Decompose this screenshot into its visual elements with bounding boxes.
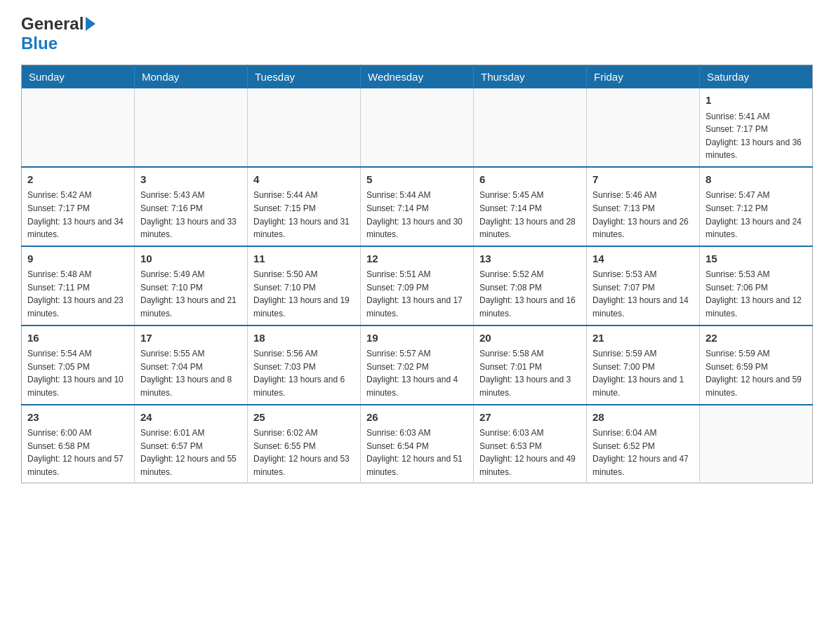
calendar-day-cell: 14Sunrise: 5:53 AMSunset: 7:07 PMDayligh… [587,246,700,326]
calendar-day-cell [587,88,700,167]
day-info: Sunrise: 5:53 AMSunset: 7:07 PMDaylight:… [593,268,694,320]
day-info: Sunrise: 5:44 AMSunset: 7:15 PMDaylight:… [253,189,355,241]
day-number: 5 [366,172,468,188]
day-info: Sunrise: 5:55 AMSunset: 7:04 PMDaylight:… [140,347,241,399]
calendar-day-cell: 20Sunrise: 5:58 AMSunset: 7:01 PMDayligh… [474,326,587,405]
day-number: 9 [27,251,128,267]
calendar-day-cell: 2Sunrise: 5:42 AMSunset: 7:17 PMDaylight… [22,167,135,246]
calendar-day-cell: 3Sunrise: 5:43 AMSunset: 7:16 PMDaylight… [135,167,248,246]
day-info: Sunrise: 6:00 AMSunset: 6:58 PMDaylight:… [27,427,128,478]
calendar-day-cell: 26Sunrise: 6:03 AMSunset: 6:54 PMDayligh… [361,405,474,483]
day-number: 2 [27,172,128,188]
calendar-day-cell [135,88,248,167]
day-info: Sunrise: 5:59 AMSunset: 7:00 PMDaylight:… [593,347,694,399]
day-number: 24 [140,410,241,426]
calendar-week-row: 9Sunrise: 5:48 AMSunset: 7:11 PMDaylight… [22,246,813,326]
calendar-day-cell: 10Sunrise: 5:49 AMSunset: 7:10 PMDayligh… [135,246,248,326]
calendar-day-cell: 4Sunrise: 5:44 AMSunset: 7:15 PMDaylight… [248,167,361,246]
day-info: Sunrise: 6:01 AMSunset: 6:57 PMDaylight:… [140,427,241,478]
calendar-day-cell [474,88,587,167]
calendar-day-cell: 15Sunrise: 5:53 AMSunset: 7:06 PMDayligh… [700,246,813,326]
day-info: Sunrise: 6:03 AMSunset: 6:53 PMDaylight:… [479,427,581,478]
day-number: 6 [479,172,581,188]
day-number: 15 [706,251,807,267]
calendar-day-cell: 19Sunrise: 5:57 AMSunset: 7:02 PMDayligh… [361,326,474,405]
calendar-week-row: 16Sunrise: 5:54 AMSunset: 7:05 PMDayligh… [22,326,813,405]
calendar-day-cell: 5Sunrise: 5:44 AMSunset: 7:14 PMDaylight… [361,167,474,246]
day-number: 16 [27,330,128,347]
day-number: 22 [706,330,807,347]
day-info: Sunrise: 5:52 AMSunset: 7:08 PMDaylight:… [479,268,581,320]
day-info: Sunrise: 5:56 AMSunset: 7:03 PMDaylight:… [253,347,355,399]
day-info: Sunrise: 5:54 AMSunset: 7:05 PMDaylight:… [27,347,128,399]
day-info: Sunrise: 5:51 AMSunset: 7:09 PMDaylight:… [366,268,468,320]
logo: General Blue [21,14,95,53]
calendar-day-cell: 11Sunrise: 5:50 AMSunset: 7:10 PMDayligh… [248,246,361,326]
calendar-day-cell: 16Sunrise: 5:54 AMSunset: 7:05 PMDayligh… [22,326,135,405]
calendar-day-cell: 23Sunrise: 6:00 AMSunset: 6:58 PMDayligh… [22,405,135,483]
day-number: 27 [479,410,581,426]
day-number: 11 [253,251,355,267]
day-of-week-header: Sunday [22,65,135,89]
calendar-day-cell: 28Sunrise: 6:04 AMSunset: 6:52 PMDayligh… [587,405,700,483]
day-info: Sunrise: 5:58 AMSunset: 7:01 PMDaylight:… [479,347,581,399]
day-number: 25 [253,410,355,426]
day-info: Sunrise: 5:57 AMSunset: 7:02 PMDaylight:… [366,347,468,399]
calendar-day-cell: 6Sunrise: 5:45 AMSunset: 7:14 PMDaylight… [474,167,587,246]
day-number: 23 [27,410,128,426]
day-number: 10 [140,251,241,267]
day-info: Sunrise: 6:02 AMSunset: 6:55 PMDaylight:… [253,427,355,478]
day-info: Sunrise: 5:44 AMSunset: 7:14 PMDaylight:… [366,189,468,241]
day-number: 4 [253,172,355,188]
day-of-week-header: Tuesday [248,65,361,89]
day-info: Sunrise: 5:41 AMSunset: 7:17 PMDaylight:… [706,110,807,162]
calendar-week-row: 1Sunrise: 5:41 AMSunset: 7:17 PMDaylight… [22,88,813,167]
calendar-day-cell: 17Sunrise: 5:55 AMSunset: 7:04 PMDayligh… [135,326,248,405]
calendar-header-row: SundayMondayTuesdayWednesdayThursdayFrid… [22,65,813,89]
calendar-day-cell: 13Sunrise: 5:52 AMSunset: 7:08 PMDayligh… [474,246,587,326]
calendar-day-cell: 27Sunrise: 6:03 AMSunset: 6:53 PMDayligh… [474,405,587,483]
day-number: 13 [479,251,581,267]
calendar-day-cell: 18Sunrise: 5:56 AMSunset: 7:03 PMDayligh… [248,326,361,405]
day-number: 8 [706,172,807,188]
day-number: 17 [140,330,241,347]
page-header: General Blue [21,14,813,53]
logo-general-text: General [21,14,84,34]
day-of-week-header: Wednesday [361,65,474,89]
day-number: 7 [593,172,694,188]
calendar-day-cell: 25Sunrise: 6:02 AMSunset: 6:55 PMDayligh… [248,405,361,483]
day-info: Sunrise: 5:47 AMSunset: 7:12 PMDaylight:… [706,189,807,241]
calendar-day-cell: 22Sunrise: 5:59 AMSunset: 6:59 PMDayligh… [700,326,813,405]
day-number: 18 [253,330,355,347]
calendar-week-row: 23Sunrise: 6:00 AMSunset: 6:58 PMDayligh… [22,405,813,483]
day-info: Sunrise: 5:46 AMSunset: 7:13 PMDaylight:… [593,189,694,241]
calendar-week-row: 2Sunrise: 5:42 AMSunset: 7:17 PMDaylight… [22,167,813,246]
day-number: 20 [479,330,581,347]
day-number: 14 [593,251,694,267]
day-number: 21 [593,330,694,347]
day-number: 12 [366,251,468,267]
day-info: Sunrise: 5:49 AMSunset: 7:10 PMDaylight:… [140,268,241,320]
day-info: Sunrise: 5:42 AMSunset: 7:17 PMDaylight:… [27,189,128,241]
day-info: Sunrise: 6:03 AMSunset: 6:54 PMDaylight:… [366,427,468,478]
logo-arrow-icon [86,17,95,31]
calendar-day-cell: 7Sunrise: 5:46 AMSunset: 7:13 PMDaylight… [587,167,700,246]
day-info: Sunrise: 5:53 AMSunset: 7:06 PMDaylight:… [706,268,807,320]
day-info: Sunrise: 5:45 AMSunset: 7:14 PMDaylight:… [479,189,581,241]
calendar-day-cell [700,405,813,483]
day-of-week-header: Friday [587,65,700,89]
day-info: Sunrise: 5:43 AMSunset: 7:16 PMDaylight:… [140,189,241,241]
day-info: Sunrise: 5:50 AMSunset: 7:10 PMDaylight:… [253,268,355,320]
calendar-day-cell [22,88,135,167]
calendar-day-cell: 1Sunrise: 5:41 AMSunset: 7:17 PMDaylight… [700,88,813,167]
calendar-day-cell [361,88,474,167]
calendar-day-cell: 9Sunrise: 5:48 AMSunset: 7:11 PMDaylight… [22,246,135,326]
day-of-week-header: Saturday [700,65,813,89]
day-info: Sunrise: 5:48 AMSunset: 7:11 PMDaylight:… [27,268,128,320]
day-number: 3 [140,172,241,188]
day-of-week-header: Thursday [474,65,587,89]
day-number: 19 [366,330,468,347]
calendar-day-cell [248,88,361,167]
day-info: Sunrise: 5:59 AMSunset: 6:59 PMDaylight:… [706,347,807,399]
day-number: 28 [593,410,694,426]
